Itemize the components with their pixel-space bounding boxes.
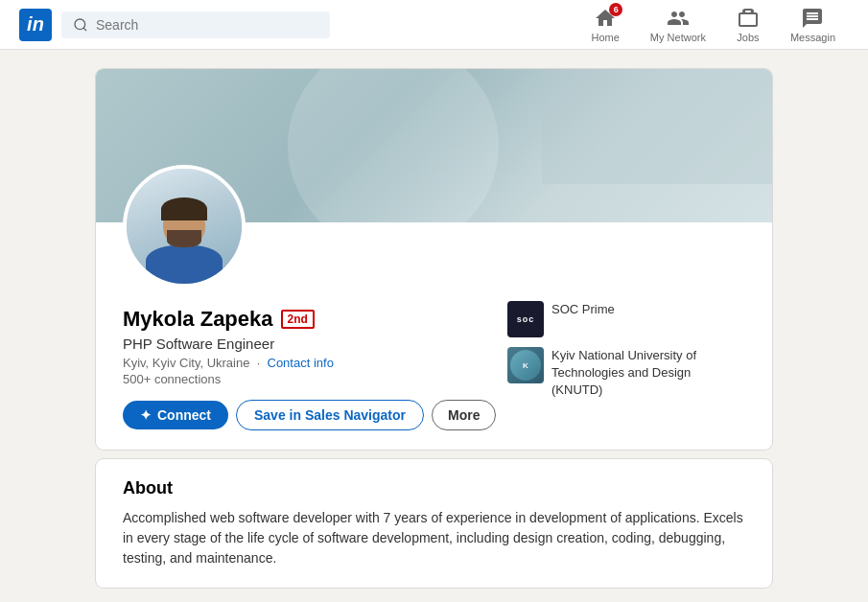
- network-icon-wrapper: [667, 7, 690, 30]
- messaging-icon: [801, 7, 824, 30]
- search-icon: [73, 17, 88, 33]
- search-bar[interactable]: [61, 12, 330, 38]
- sidebar-company-info: soc SOC Prime K Kyiv National University…: [507, 301, 743, 400]
- connect-plus: ✦: [140, 407, 152, 423]
- nav-label-jobs: Jobs: [737, 32, 759, 43]
- knutd-logo-inner: K: [510, 350, 541, 381]
- cover-decoration-circle: [288, 69, 499, 222]
- degree-badge: 2nd: [281, 310, 315, 329]
- save-sales-navigator-button[interactable]: Save in Sales Navigator: [236, 400, 424, 430]
- connect-button[interactable]: ✦ Connect: [123, 401, 228, 429]
- avatar-body: [146, 245, 223, 284]
- linkedin-logo[interactable]: in: [19, 9, 52, 41]
- profile-name: Mykola Zapeka: [123, 307, 273, 332]
- contact-info-link[interactable]: Contact info: [268, 356, 334, 370]
- profile-body: Mykola Zapeka 2nd PHP Software Engineer …: [96, 291, 772, 450]
- cover-decoration-rect: [542, 69, 772, 184]
- messaging-icon-wrapper: [801, 7, 824, 30]
- education-name: Kyiv National University of Technologies…: [551, 347, 743, 400]
- soc-prime-logo: soc: [507, 301, 544, 337]
- jobs-icon: [737, 7, 760, 30]
- soc-prime-logo-text: soc: [517, 314, 535, 324]
- profile-actions: ✦ Connect Save in Sales Navigator More: [123, 400, 745, 430]
- nav-item-network[interactable]: My Network: [637, 7, 719, 43]
- knutd-logo: K: [507, 347, 544, 383]
- avatar: [123, 165, 246, 288]
- jobs-icon-wrapper: [737, 7, 760, 30]
- avatar-hair: [161, 197, 207, 220]
- home-badge: 6: [609, 3, 622, 16]
- avatar-person: [141, 201, 227, 284]
- svg-point-0: [75, 19, 85, 30]
- nav-label-network: My Network: [650, 32, 706, 43]
- nav-item-home[interactable]: 6 Home: [578, 7, 633, 43]
- navbar: in 6 Home My Network: [0, 0, 868, 50]
- avatar-beard: [167, 230, 201, 247]
- nav-items: 6 Home My Network Jobs: [578, 7, 849, 43]
- network-icon: [667, 7, 690, 30]
- nav-label-home: Home: [592, 32, 620, 43]
- about-text: Accomplished web software developer with…: [123, 508, 745, 568]
- education-row: K Kyiv National University of Technologi…: [507, 347, 743, 400]
- more-button[interactable]: More: [432, 400, 496, 430]
- avatar-head: [163, 201, 205, 247]
- connect-label: Connect: [157, 407, 211, 423]
- education-name-text: Kyiv National University of Technologies…: [551, 347, 743, 400]
- nav-item-messaging[interactable]: Messagin: [777, 7, 849, 43]
- company-name: SOC Prime: [551, 301, 615, 318]
- location-text: Kyiv, Kyiv City, Ukraine: [123, 356, 249, 370]
- main-content: Mykola Zapeka 2nd PHP Software Engineer …: [0, 50, 868, 602]
- about-card: About Accomplished web software develope…: [96, 459, 772, 588]
- nav-item-jobs[interactable]: Jobs: [723, 7, 773, 43]
- home-icon-wrapper: 6: [594, 7, 617, 30]
- svg-line-1: [83, 28, 86, 31]
- avatar-wrapper: [123, 165, 246, 288]
- company-name-text: SOC Prime: [551, 301, 615, 318]
- company-row: soc SOC Prime: [507, 301, 743, 337]
- profile-card: Mykola Zapeka 2nd PHP Software Engineer …: [96, 69, 772, 450]
- nav-label-messaging: Messagin: [790, 32, 835, 43]
- about-title: About: [123, 478, 745, 498]
- search-input[interactable]: [96, 17, 318, 33]
